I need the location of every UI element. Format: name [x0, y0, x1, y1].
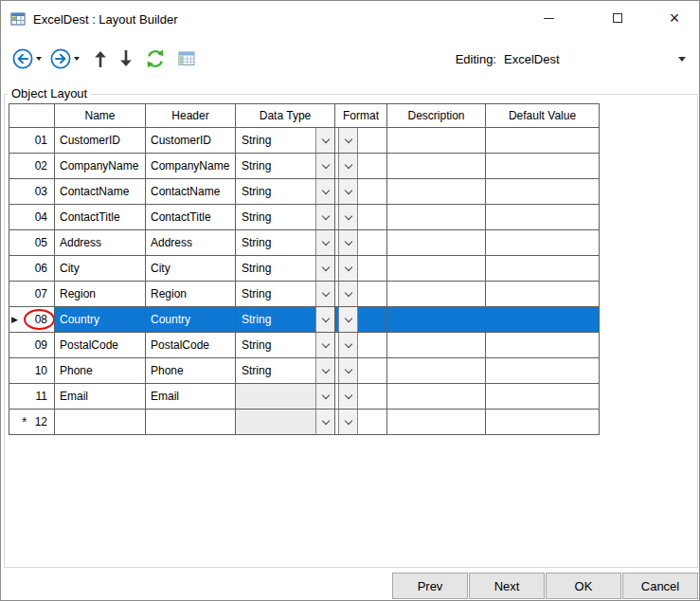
- default-value-cell[interactable]: [486, 128, 600, 154]
- format-cell[interactable]: [335, 205, 387, 230]
- forward-button[interactable]: [50, 48, 80, 69]
- column-header-name[interactable]: Name: [55, 104, 146, 128]
- name-cell[interactable]: [55, 410, 146, 435]
- header-cell[interactable]: ContactTitle: [146, 205, 236, 230]
- data-type-dropdown-button[interactable]: [315, 154, 334, 178]
- format-dropdown-button[interactable]: [338, 230, 358, 255]
- description-cell[interactable]: [387, 358, 486, 384]
- format-cell[interactable]: [335, 307, 387, 333]
- format-dropdown-button[interactable]: [338, 384, 358, 409]
- name-cell[interactable]: CompanyName: [55, 154, 146, 179]
- header-cell[interactable]: CustomerID: [146, 128, 236, 154]
- format-cell[interactable]: [335, 384, 387, 410]
- format-cell[interactable]: [335, 358, 387, 384]
- default-value-cell[interactable]: [486, 282, 600, 307]
- format-dropdown-button[interactable]: [338, 333, 358, 357]
- column-header-data-type[interactable]: Data Type: [236, 104, 335, 128]
- name-cell[interactable]: Country: [55, 307, 146, 333]
- editing-combobox[interactable]: ExcelDest: [504, 52, 686, 66]
- description-cell[interactable]: [387, 154, 486, 179]
- row-number-cell[interactable]: 05: [9, 230, 55, 256]
- default-value-cell[interactable]: [486, 333, 600, 358]
- data-type-cell[interactable]: [236, 384, 335, 410]
- default-value-cell[interactable]: [486, 205, 600, 230]
- row-number-cell[interactable]: 01: [9, 128, 55, 154]
- header-cell[interactable]: Address: [146, 230, 236, 256]
- format-cell[interactable]: [335, 128, 387, 154]
- format-dropdown-button[interactable]: [338, 410, 358, 434]
- move-up-button[interactable]: [94, 49, 107, 68]
- header-cell[interactable]: PostalCode: [146, 333, 236, 358]
- header-cell[interactable]: Phone: [146, 358, 236, 384]
- format-cell[interactable]: [335, 282, 387, 307]
- header-cell[interactable]: CompanyName: [146, 154, 236, 179]
- refresh-button[interactable]: [145, 48, 166, 69]
- export-excel-button[interactable]: [178, 51, 195, 66]
- data-type-cell[interactable]: String: [236, 205, 335, 230]
- default-value-cell[interactable]: [486, 358, 600, 384]
- format-cell[interactable]: [335, 256, 387, 282]
- data-type-cell[interactable]: String: [236, 179, 335, 205]
- data-type-dropdown-button[interactable]: [315, 358, 334, 383]
- name-cell[interactable]: ContactTitle: [55, 205, 146, 230]
- data-type-dropdown-button[interactable]: [315, 282, 334, 306]
- move-down-button[interactable]: [119, 49, 133, 68]
- name-cell[interactable]: Address: [55, 230, 146, 256]
- format-cell[interactable]: [335, 410, 387, 435]
- row-number-cell[interactable]: 09: [9, 333, 55, 358]
- data-type-cell[interactable]: String: [236, 128, 335, 154]
- maximize-button[interactable]: [597, 3, 638, 33]
- data-type-dropdown-button[interactable]: [315, 256, 334, 281]
- header-cell[interactable]: Region: [146, 282, 236, 307]
- row-number-cell[interactable]: 11: [9, 384, 55, 410]
- row-number-cell[interactable]: 10: [9, 358, 55, 384]
- row-number-cell[interactable]: 03: [9, 179, 55, 205]
- default-value-cell[interactable]: [486, 179, 600, 205]
- minimize-button[interactable]: [528, 3, 569, 33]
- column-header-format[interactable]: Format: [335, 104, 387, 128]
- format-dropdown-button[interactable]: [338, 358, 358, 383]
- name-cell[interactable]: PostalCode: [55, 333, 146, 358]
- data-type-cell[interactable]: String: [236, 333, 335, 358]
- column-header-header[interactable]: Header: [146, 104, 236, 128]
- description-cell[interactable]: [387, 230, 486, 256]
- cancel-button[interactable]: Cancel: [622, 573, 698, 599]
- data-type-dropdown-button[interactable]: [315, 333, 334, 357]
- format-cell[interactable]: [335, 154, 387, 179]
- row-number-cell[interactable]: *12: [9, 410, 55, 435]
- description-cell[interactable]: [387, 128, 486, 154]
- format-cell[interactable]: [335, 230, 387, 256]
- format-dropdown-button[interactable]: [338, 205, 358, 229]
- data-type-dropdown-button[interactable]: [315, 128, 334, 153]
- data-type-cell[interactable]: String: [236, 282, 335, 307]
- row-number-cell[interactable]: ▶08: [9, 307, 55, 333]
- header-cell[interactable]: Email: [146, 384, 236, 410]
- name-cell[interactable]: Region: [55, 282, 146, 307]
- format-dropdown-button[interactable]: [338, 282, 358, 306]
- default-value-cell[interactable]: [486, 154, 600, 179]
- prev-button[interactable]: Prev: [392, 573, 468, 599]
- format-cell[interactable]: [335, 333, 387, 358]
- name-cell[interactable]: ContactName: [55, 179, 146, 205]
- row-number-cell[interactable]: 06: [9, 256, 55, 282]
- data-type-cell[interactable]: String: [236, 307, 335, 333]
- data-type-dropdown-button[interactable]: [315, 410, 334, 434]
- description-cell[interactable]: [387, 179, 486, 205]
- row-number-cell[interactable]: 02: [9, 154, 55, 179]
- default-value-cell[interactable]: [486, 307, 600, 333]
- header-cell[interactable]: Country: [146, 307, 236, 333]
- data-type-dropdown-button[interactable]: [315, 205, 334, 229]
- format-dropdown-button[interactable]: [338, 154, 358, 178]
- data-type-cell[interactable]: String: [236, 256, 335, 282]
- column-header-description[interactable]: Description: [387, 104, 486, 128]
- default-value-cell[interactable]: [486, 410, 600, 435]
- name-cell[interactable]: City: [55, 256, 146, 282]
- close-button[interactable]: ×: [654, 3, 695, 33]
- ok-button[interactable]: OK: [546, 573, 621, 599]
- data-type-dropdown-button[interactable]: [315, 230, 334, 255]
- header-cell[interactable]: City: [146, 256, 236, 282]
- header-cell[interactable]: ContactName: [146, 179, 236, 205]
- format-cell[interactable]: [335, 179, 387, 205]
- description-cell[interactable]: [387, 282, 486, 307]
- next-button[interactable]: Next: [469, 573, 545, 599]
